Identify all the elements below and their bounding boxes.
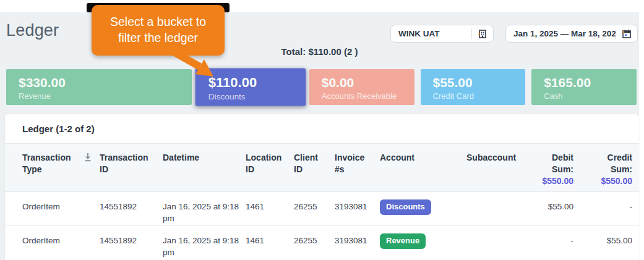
cell-transaction-id: 14551892 xyxy=(100,225,163,259)
bucket-cash[interactable]: $165.00 Cash xyxy=(531,69,637,105)
bucket-amount: $165.00 xyxy=(544,75,637,90)
cell-credit: - xyxy=(573,191,639,225)
tooltip-callout: Select a bucket to filter the ledger xyxy=(92,5,225,56)
organization-filter-value[interactable]: WINK UAT xyxy=(391,29,471,38)
cell-transaction-id: 14551892 xyxy=(100,191,163,225)
building-icon[interactable] xyxy=(472,29,493,39)
cell-client-id: 26255 xyxy=(294,191,335,225)
cell-credit: $55.00 xyxy=(573,225,639,259)
bucket-credit-card[interactable]: $55.00 Credit Card xyxy=(421,69,526,105)
account-badge: Revenue xyxy=(380,233,426,249)
cell-account: Revenue xyxy=(380,225,466,259)
cell-location-id: 1461 xyxy=(246,191,294,225)
date-range-value[interactable]: Jan 1, 2025 — Mar 18, 2025 xyxy=(506,29,616,38)
table-header-row: Transaction Type Transaction ID Datetime… xyxy=(5,144,639,191)
cell-invoice: 3193081 xyxy=(335,191,380,225)
tooltip-arrow-icon xyxy=(164,51,226,79)
col-account[interactable]: Account xyxy=(380,144,466,191)
total-label: Total: xyxy=(281,46,306,57)
bucket-amount: $55.00 xyxy=(433,75,526,90)
cell-datetime: Jan 16, 2025 at 9:18 pm xyxy=(163,191,246,225)
table-row[interactable]: OrderItem 14551892 Jan 16, 2025 at 9:18 … xyxy=(5,191,639,225)
cell-invoice: 3193081 xyxy=(335,225,380,259)
credit-sum-value: $550.00 xyxy=(573,176,632,186)
cell-transaction-type: OrderItem xyxy=(5,225,100,259)
table-title: Ledger (1-2 of 2) xyxy=(5,114,639,144)
date-range-filter[interactable]: Jan 1, 2025 — Mar 18, 2025 xyxy=(505,25,638,43)
cell-client-id: 26255 xyxy=(294,225,335,259)
cell-debit: - xyxy=(535,225,573,259)
account-badge: Discounts xyxy=(380,199,431,215)
bucket-label: Discounts xyxy=(208,91,306,101)
col-subaccount[interactable]: Subaccount xyxy=(466,144,535,191)
cell-account: Discounts xyxy=(380,191,466,225)
cell-location-id: 1461 xyxy=(246,225,294,259)
cell-datetime: Jan 16, 2025 at 9:18 pm xyxy=(163,225,246,259)
cell-subaccount xyxy=(466,191,535,225)
cell-subaccount xyxy=(466,225,535,259)
col-invoice[interactable]: Invoice #s xyxy=(335,144,380,191)
debit-sum-value: $550.00 xyxy=(535,176,573,186)
bucket-label: Credit Card xyxy=(433,91,526,101)
col-client-id[interactable]: Client ID xyxy=(294,144,335,191)
arrow-down-to-line-icon[interactable] xyxy=(84,153,92,164)
total-count: (2 ) xyxy=(344,46,358,57)
calendar-icon[interactable] xyxy=(616,29,637,39)
organization-filter[interactable]: WINK UAT xyxy=(390,25,494,43)
page-title: Ledger xyxy=(6,21,59,40)
total-amount: $110.00 xyxy=(308,46,341,57)
bucket-amount: $0.00 xyxy=(322,75,414,90)
table-row[interactable]: OrderItem 14551892 Jan 16, 2025 at 9:18 … xyxy=(5,225,639,259)
col-debit-sum[interactable]: Debit Sum: $550.00 xyxy=(535,144,573,191)
ledger-screen: Ledger WINK UAT Jan 1, 2025 — Mar 18, 20… xyxy=(0,0,644,260)
bucket-accounts-receivable[interactable]: $0.00 Accounts Receivable xyxy=(309,69,414,105)
col-transaction-id[interactable]: Transaction ID xyxy=(100,144,163,191)
col-transaction-type[interactable]: Transaction Type xyxy=(5,144,100,191)
col-location-id[interactable]: Location ID xyxy=(246,144,294,191)
bucket-label: Revenue xyxy=(19,91,192,101)
bucket-label: Accounts Receivable xyxy=(322,91,414,101)
cell-transaction-type: OrderItem xyxy=(5,191,100,225)
cell-debit: $55.00 xyxy=(535,191,573,225)
bucket-row: $330.00 Revenue $110.00 Discounts $0.00 … xyxy=(6,69,637,105)
ledger-table-card: Ledger (1-2 of 2) Transaction Type xyxy=(5,114,639,260)
bucket-label: Cash xyxy=(544,91,637,101)
col-credit-sum[interactable]: Credit Sum: $550.00 xyxy=(573,144,639,191)
ledger-table: Transaction Type Transaction ID Datetime… xyxy=(5,144,639,259)
col-datetime[interactable]: Datetime xyxy=(163,144,246,191)
